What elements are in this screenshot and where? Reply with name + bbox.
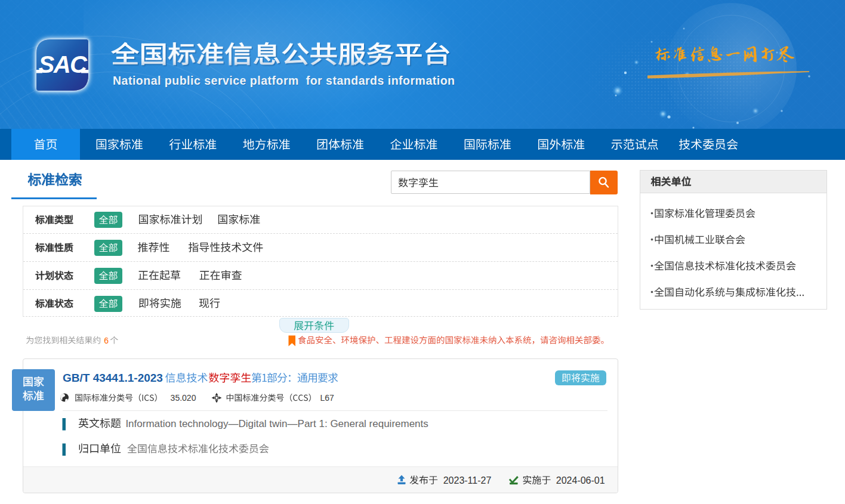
svg-text:6: 6 bbox=[104, 336, 109, 345]
